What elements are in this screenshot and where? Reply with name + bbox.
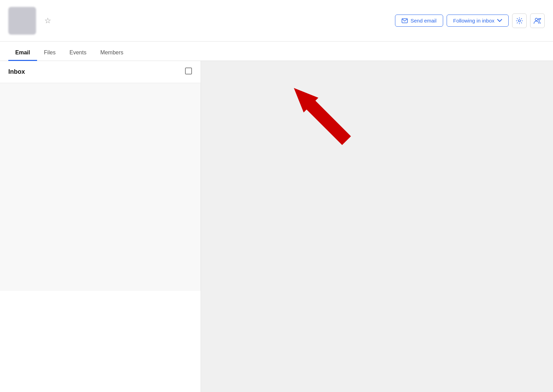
svg-point-2 (535, 18, 538, 20)
top-header: ☆ Send email Following in inbox (0, 0, 553, 42)
inbox-list[interactable] (0, 83, 201, 392)
inbox-empty (0, 83, 201, 291)
settings-button[interactable] (512, 14, 527, 28)
svg-rect-6 (185, 68, 192, 74)
star-icon[interactable]: ☆ (44, 16, 51, 25)
inbox-title: Inbox (8, 68, 25, 75)
svg-point-1 (518, 20, 520, 22)
send-email-label: Send email (411, 18, 437, 24)
main-content: Inbox (0, 61, 553, 392)
tab-events[interactable]: Events (62, 45, 93, 61)
svg-point-3 (538, 18, 540, 20)
compose-icon[interactable] (185, 67, 192, 77)
svg-rect-8 (305, 99, 351, 145)
tab-email[interactable]: Email (8, 45, 37, 61)
red-arrow-annotation (270, 64, 381, 175)
inbox-header: Inbox (0, 61, 201, 83)
header-right: Send email Following in inbox (395, 14, 545, 28)
manage-members-button[interactable] (530, 14, 545, 28)
header-left: ☆ (8, 7, 51, 35)
star-button[interactable]: ☆ (44, 16, 51, 25)
people-icon (534, 18, 541, 24)
tab-files[interactable]: Files (37, 45, 63, 61)
gear-icon (516, 17, 523, 24)
email-icon (402, 18, 408, 23)
tab-members[interactable]: Members (93, 45, 130, 61)
svg-marker-7 (287, 81, 318, 113)
following-inbox-button[interactable]: Following in inbox (447, 15, 509, 27)
chevron-down-icon (497, 19, 502, 22)
tab-bar: Email Files Events Members (0, 42, 553, 61)
following-label: Following in inbox (453, 18, 494, 24)
send-email-button[interactable]: Send email (395, 15, 443, 27)
avatar (8, 7, 36, 35)
left-panel: Inbox (0, 61, 201, 392)
right-panel (201, 61, 553, 392)
